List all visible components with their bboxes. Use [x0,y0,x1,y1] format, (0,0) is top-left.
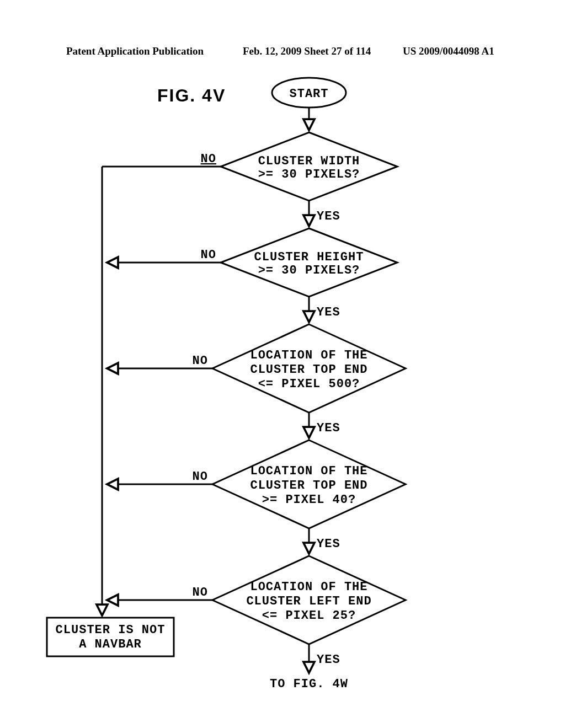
edge-d1-yes-label: YES [317,210,340,223]
result-not-navbar-line2: A NAVBAR [79,638,142,651]
decision-4-line2: CLUSTER TOP END [250,479,367,493]
edge-d5-yes-label: YES [317,653,340,667]
result-not-navbar-line1: CLUSTER IS NOT [56,623,166,637]
decision-5-line3: <= PIXEL 25? [262,609,356,623]
decision-5-line2: CLUSTER LEFT END [246,595,371,608]
decision-5-line1: LOCATION OF THE [250,580,367,594]
decision-3-line3: <= PIXEL 500? [258,377,360,391]
edge-d1-no-label: NO [201,152,216,166]
decision-1-line1: CLUSTER WIDTH [258,154,360,168]
page: Patent Application Publication Feb. 12, … [0,0,565,728]
edge-d2-yes-label: YES [317,306,340,319]
decision-2-line1: CLUSTER HEIGHT [254,250,364,264]
edge-d4-no-label: NO [193,470,208,484]
decision-3-line2: CLUSTER TOP END [250,363,367,377]
edge-d3-yes-label: YES [317,421,340,435]
edge-d3-no-label: NO [193,354,208,368]
flowchart: START CLUSTER WIDTH >= 30 PIXELS? NO YES… [0,0,565,728]
decision-2-line2: >= 30 PIXELS? [258,264,360,277]
edge-d5-no-label: NO [193,586,208,599]
decision-3-line1: LOCATION OF THE [250,349,367,362]
edge-d4-yes-label: YES [317,537,340,551]
start-label: START [289,87,328,101]
edge-d2-no-label: NO [201,248,216,262]
decision-1-line2: >= 30 PIXELS? [258,168,360,181]
continuation-label: TO FIG. 4W [270,677,348,691]
decision-4-line1: LOCATION OF THE [250,464,367,478]
decision-4-line3: >= PIXEL 40? [262,493,356,507]
